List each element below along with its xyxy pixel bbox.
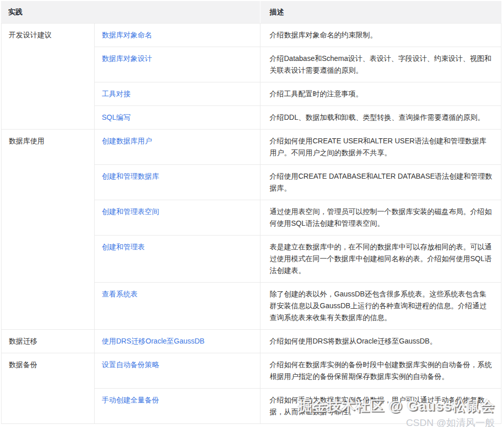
link-cell: 设置自动备份策略: [95, 353, 260, 389]
doc-link[interactable]: SQL编写: [102, 113, 130, 121]
column-header-description: 描述: [260, 1, 501, 24]
link-cell: 查看系统表: [95, 283, 260, 330]
table-row: 开发设计建议数据库对象命名介绍数据库对象命名的约束限制。: [1, 24, 501, 47]
doc-link[interactable]: 创建和管理表: [102, 243, 145, 251]
description-cell: 介绍数据库对象命名的约束限制。: [260, 24, 501, 47]
description-cell: 介绍如何在数据库实例的备份时段中创建数据库实例的自动备份，系统根据用户指定的备份…: [260, 353, 501, 389]
link-cell: 数据库对象命名: [95, 24, 260, 47]
table-row: 数据库使用创建数据库用户介绍如何使用CREATE USER和ALTER USER…: [1, 130, 501, 165]
link-cell: 工具对接: [95, 82, 260, 106]
doc-link[interactable]: 查看系统表: [102, 290, 138, 298]
category-cell: 开发设计建议: [1, 24, 95, 130]
category-cell: 数据备份: [1, 353, 95, 424]
link-cell: 使用DRS迁移Oracle至GaussDB: [95, 330, 260, 353]
link-cell: 创建和管理表: [95, 236, 260, 283]
link-cell: 创建和管理数据库: [95, 165, 260, 200]
table-row: 数据备份设置自动备份策略介绍如何在数据库实例的备份时段中创建数据库实例的自动备份…: [1, 353, 501, 389]
doc-link[interactable]: 设置自动备份策略: [102, 360, 159, 369]
description-cell: 介绍Database和Schema设计、表设计、字段设计、约束设计、视图和关联表…: [260, 47, 501, 82]
description-cell: 介绍工具配置时的注意事项。: [260, 82, 501, 106]
best-practices-table: 实践 描述 开发设计建议数据库对象命名介绍数据库对象命名的约束限制。数据库对象设…: [1, 1, 501, 424]
description-cell: 表是建立在数据库中的，在不同的数据库中可以存放相同的表。可以通过使用模式在同一个…: [260, 236, 501, 283]
link-cell: SQL编写: [95, 106, 260, 130]
column-header-practice: 实践: [1, 1, 260, 24]
doc-link[interactable]: 创建数据库用户: [102, 137, 152, 145]
doc-link[interactable]: 数据库对象命名: [102, 31, 152, 39]
link-cell: 数据库对象设计: [95, 47, 260, 82]
doc-link[interactable]: 工具对接: [102, 90, 130, 98]
description-cell: 介绍如何使用DRS将数据从Oracle迁移至GaussDB。: [260, 330, 501, 353]
description-cell: 通过使用表空间，管理员可以控制一个数据库安装的磁盘布局。介绍如何使用SQL语法创…: [260, 200, 501, 236]
description-cell: 介绍如何手动为数据库实例备份数据，用户可以通过手动备份恢复数据，从而保证数据可靠…: [260, 389, 501, 424]
category-cell: 数据库使用: [1, 130, 95, 330]
table-row: 数据迁移使用DRS迁移Oracle至GaussDB介绍如何使用DRS将数据从Or…: [1, 330, 501, 353]
description-cell: 介绍DDL、数据加载和卸载、类型转换、查询操作需要遵循的原则。: [260, 106, 501, 130]
category-cell: 数据迁移: [1, 330, 95, 353]
link-cell: 创建和管理表空间: [95, 200, 260, 236]
doc-link[interactable]: 手动创建全量备份: [102, 396, 159, 404]
table-header-row: 实践 描述: [1, 1, 501, 24]
doc-link[interactable]: 创建和管理数据库: [102, 172, 159, 180]
doc-link[interactable]: 数据库对象设计: [102, 54, 152, 62]
link-cell: 创建数据库用户: [95, 130, 260, 165]
link-cell: 手动创建全量备份: [95, 389, 260, 424]
description-cell: 介绍使用CREATE DATABASE和ALTER DATABASE语法创建和管…: [260, 165, 501, 200]
doc-link[interactable]: 使用DRS迁移Oracle至GaussDB: [102, 337, 205, 345]
description-cell: 介绍如何使用CREATE USER和ALTER USER语法创建和管理数据库用户…: [260, 130, 501, 165]
doc-link[interactable]: 创建和管理表空间: [102, 207, 159, 216]
description-cell: 除了创建的表以外，GaussDB还包含很多系统表。这些系统表包含集群安装信息以及…: [260, 283, 501, 330]
table-body: 开发设计建议数据库对象命名介绍数据库对象命名的约束限制。数据库对象设计介绍Dat…: [1, 24, 501, 424]
